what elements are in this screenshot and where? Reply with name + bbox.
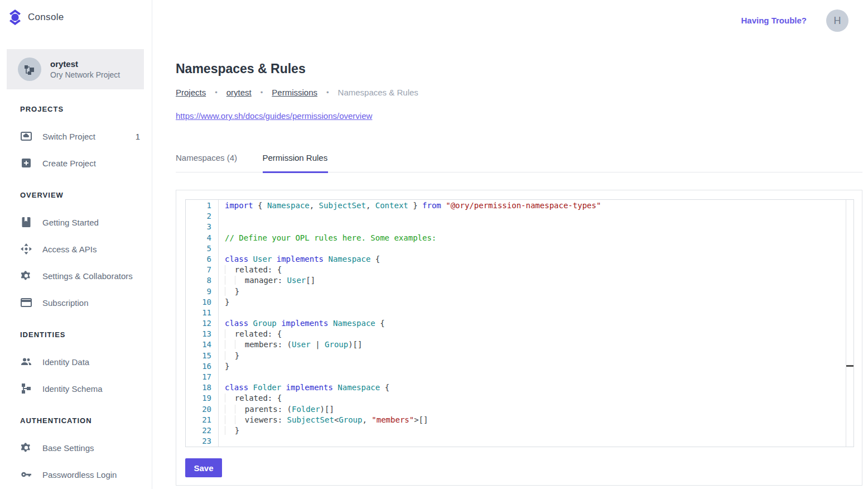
- logo[interactable]: Console: [8, 9, 64, 26]
- editor-code[interactable]: import { Namespace, SubjectSet, Context …: [219, 200, 846, 447]
- project-tree-icon: [23, 63, 36, 75]
- breadcrumb-projects[interactable]: Projects: [176, 88, 206, 97]
- docs-link[interactable]: https://www.ory.sh/docs/guides/permissio…: [176, 111, 372, 121]
- breadcrumb: Projects • orytest • Permissions • Names…: [176, 88, 418, 97]
- sidebar-item-identity-data[interactable]: Identity Data: [0, 348, 152, 375]
- credit-card-icon: [20, 296, 33, 309]
- project-name: orytest: [50, 59, 120, 69]
- editor-scrollbar[interactable]: [846, 200, 853, 447]
- sidebar-item-create-project[interactable]: Create Project: [0, 150, 152, 176]
- breadcrumb-separator: •: [326, 88, 329, 97]
- opl-code-editor[interactable]: 123456789101112131415161718192021222324 …: [185, 199, 854, 447]
- nav-heading-projects: PROJECTS: [20, 105, 64, 113]
- editor-scrollbar-thumb[interactable]: [846, 365, 853, 367]
- gear-icon: [20, 441, 33, 454]
- switch-project-count-badge: 1: [136, 132, 140, 141]
- breadcrumb-current: Namespaces & Rules: [338, 88, 418, 97]
- main-content: Namespaces & Rules Projects • orytest • …: [176, 0, 862, 489]
- tab-bar: Namespaces (4) Permission Rules: [176, 150, 862, 172]
- nav-heading-overview: OVERVIEW: [20, 191, 64, 199]
- schema-icon: [20, 382, 33, 395]
- sidebar-item-identity-schema[interactable]: Identity Schema: [0, 375, 152, 402]
- key-icon: [20, 468, 33, 481]
- sidebar-item-switch-project[interactable]: Switch Project 1: [0, 123, 152, 150]
- gear-icon: [20, 269, 33, 282]
- sidebar-item-access-apis[interactable]: Access & APIs: [0, 236, 152, 262]
- sidebar-item-base-settings[interactable]: Base Settings: [0, 434, 152, 461]
- sidebar-item-getting-started[interactable]: Getting Started: [0, 209, 152, 236]
- ory-logo-icon: [8, 9, 22, 26]
- create-project-icon: [20, 156, 33, 170]
- app-title: Console: [28, 12, 64, 23]
- tab-namespaces[interactable]: Namespaces (4): [176, 150, 237, 172]
- breadcrumb-orytest[interactable]: orytest: [226, 88, 252, 97]
- project-avatar: [18, 57, 41, 81]
- switch-project-icon: [20, 130, 33, 143]
- sidebar-item-settings-collaborators[interactable]: Settings & Collaborators: [0, 262, 152, 289]
- save-button[interactable]: Save: [185, 458, 222, 477]
- tab-permission-rules[interactable]: Permission Rules: [263, 150, 328, 172]
- nav-heading-identities: IDENTITIES: [20, 330, 66, 339]
- breadcrumb-separator: •: [261, 88, 263, 97]
- project-info: orytest Ory Network Project: [50, 59, 120, 79]
- editor-gutter: 123456789101112131415161718192021222324: [186, 200, 219, 447]
- sidebar-item-passwordless-login[interactable]: Passwordless Login: [0, 461, 152, 488]
- sidebar-item-subscription[interactable]: Subscription: [0, 289, 152, 316]
- breadcrumb-permissions[interactable]: Permissions: [272, 88, 317, 97]
- project-selector[interactable]: orytest Ory Network Project: [7, 49, 144, 89]
- sidebar: Console orytest Ory Network Project PROJ…: [0, 0, 152, 489]
- page-title: Namespaces & Rules: [176, 61, 306, 76]
- breadcrumb-separator: •: [215, 88, 218, 97]
- people-icon: [20, 355, 33, 368]
- nav-heading-authentication: AUTHENTICATION: [20, 416, 92, 425]
- book-icon: [20, 215, 33, 229]
- permission-rules-panel: 123456789101112131415161718192021222324 …: [176, 190, 862, 486]
- dpad-icon: [20, 242, 33, 256]
- project-type: Ory Network Project: [50, 70, 120, 79]
